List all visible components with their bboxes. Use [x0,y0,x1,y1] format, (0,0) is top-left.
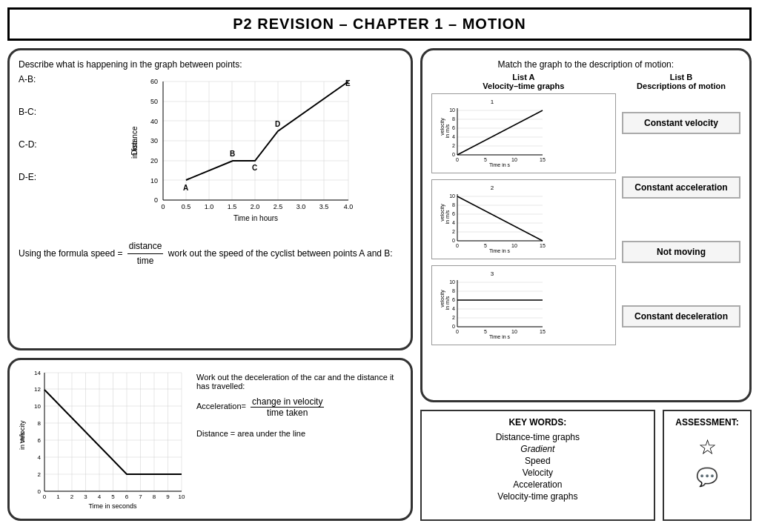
svg-text:5: 5 [111,493,115,500]
point-ab: A-B: [19,74,122,84]
svg-text:in m/s: in m/s [19,432,26,450]
svg-text:4: 4 [452,306,455,311]
key-words-title: KEY WORDS: [428,417,648,428]
label-not-moving[interactable]: Not moving [622,241,740,263]
svg-text:2: 2 [452,143,455,148]
svg-text:0: 0 [154,196,158,204]
svg-text:2.5: 2.5 [274,203,283,210]
svg-text:8: 8 [38,420,42,427]
svg-text:3: 3 [490,270,494,277]
point-descriptions: A-B: B-C: C-D: D-E: [19,74,122,232]
svg-text:40: 40 [150,118,158,125]
svg-text:0: 0 [452,238,455,243]
svg-text:1: 1 [56,493,60,500]
svg-text:10: 10 [449,279,455,285]
svg-text:5: 5 [484,157,487,162]
svg-text:B: B [230,150,235,158]
list-b: Constant velocity Constant acceleration … [622,93,740,345]
distance-time-graph: Distance in km [130,74,402,232]
svg-text:60: 60 [150,78,158,85]
svg-text:in m/s: in m/s [445,124,450,138]
svg-text:6: 6 [452,297,455,302]
svg-text:10: 10 [150,177,158,184]
svg-text:0: 0 [161,203,165,210]
page-title: P2 REVISION – CHAPTER 1 – MOTION [7,7,752,41]
match-columns: 1 velocity in m/s 10 8 6 4 2 0 [431,93,740,345]
svg-text:Time in s: Time in s [489,334,511,339]
svg-text:0: 0 [456,157,459,162]
svg-text:10: 10 [511,243,517,248]
svg-text:4: 4 [38,454,42,461]
key-word-3: Speed [428,456,648,466]
svg-text:1.0: 1.0 [205,203,214,210]
svg-line-128 [457,196,543,241]
label-constant-deceleration[interactable]: Constant deceleration [622,305,740,327]
svg-text:2.0: 2.0 [251,203,260,210]
svg-text:7: 7 [139,493,142,500]
svg-text:Time in seconds: Time in seconds [88,502,137,510]
svg-text:4: 4 [452,220,455,225]
svg-text:D: D [275,120,280,128]
svg-text:15: 15 [540,157,546,162]
svg-text:0: 0 [38,488,42,495]
assessment-title: ASSESSMENT: [670,417,744,428]
svg-text:8: 8 [452,116,455,122]
distance-time-panel: Describe what is happening in the graph … [7,48,413,350]
svg-text:10: 10 [511,329,517,334]
svg-text:9: 9 [166,493,170,500]
bottom-right-row: KEY WORDS: Distance-time graphs Gradient… [420,410,752,521]
svg-text:1: 1 [490,99,494,105]
svg-text:E: E [345,79,351,87]
svg-text:5: 5 [484,329,487,334]
key-word-1: Distance-time graphs [428,432,648,442]
svg-text:3.5: 3.5 [319,203,329,210]
svg-text:50: 50 [150,98,158,105]
svg-text:6: 6 [452,211,455,216]
svg-text:0: 0 [43,493,47,500]
list-a: 1 velocity in m/s 10 8 6 4 2 0 [431,93,616,345]
velocity-graph: Velocity in m/s [19,369,189,510]
graph-3: 3 velocity in m/s 10 8 6 4 2 0 [431,265,616,345]
key-word-2: Gradient [428,444,648,454]
svg-text:Time in s: Time in s [489,248,511,253]
svg-text:3: 3 [84,493,87,500]
key-word-4: Velocity [428,468,648,478]
svg-text:20: 20 [150,157,158,164]
svg-text:0: 0 [456,329,459,334]
graph-1: 1 velocity in m/s 10 8 6 4 2 0 [431,93,616,173]
svg-text:6: 6 [125,493,129,500]
svg-text:0: 0 [452,324,455,329]
label-constant-acceleration[interactable]: Constant acceleration [622,176,740,199]
svg-text:Time in s: Time in s [489,162,511,167]
label-constant-velocity[interactable]: Constant velocity [622,112,740,134]
speed-formula-section: Using the formula speed = distance time … [19,239,402,268]
svg-text:1.5: 1.5 [228,203,237,210]
svg-text:2: 2 [490,184,494,191]
svg-text:2: 2 [452,229,455,234]
svg-text:Time in hours: Time in hours [233,214,278,222]
svg-text:2: 2 [452,315,455,320]
speech-bubble-icon: 💬 [670,467,744,488]
svg-text:4.0: 4.0 [344,203,354,210]
svg-text:5: 5 [484,243,487,248]
svg-text:in m/s: in m/s [445,210,450,224]
svg-text:4: 4 [452,134,455,139]
svg-text:10: 10 [34,403,41,410]
point-bc: B-C: [19,107,122,117]
svg-text:10: 10 [179,493,185,500]
svg-text:6: 6 [452,125,455,130]
match-instruction: Match the graph to the description of mo… [431,59,740,70]
assessment-panel: ASSESSMENT: ☆ 💬 [663,410,752,521]
svg-text:12: 12 [34,386,41,393]
svg-text:6: 6 [38,437,42,444]
instruction-text: Describe what is happening in the graph … [19,59,402,70]
svg-text:4: 4 [98,493,102,500]
velocity-time-panel: Velocity in m/s [7,358,413,521]
point-cd: C-D: [19,139,122,150]
svg-text:15: 15 [540,243,546,248]
svg-text:3.0: 3.0 [296,203,306,210]
svg-text:8: 8 [153,493,156,500]
star-icon: ☆ [670,435,744,459]
svg-text:0: 0 [452,152,455,157]
svg-text:in m/s: in m/s [445,296,450,310]
